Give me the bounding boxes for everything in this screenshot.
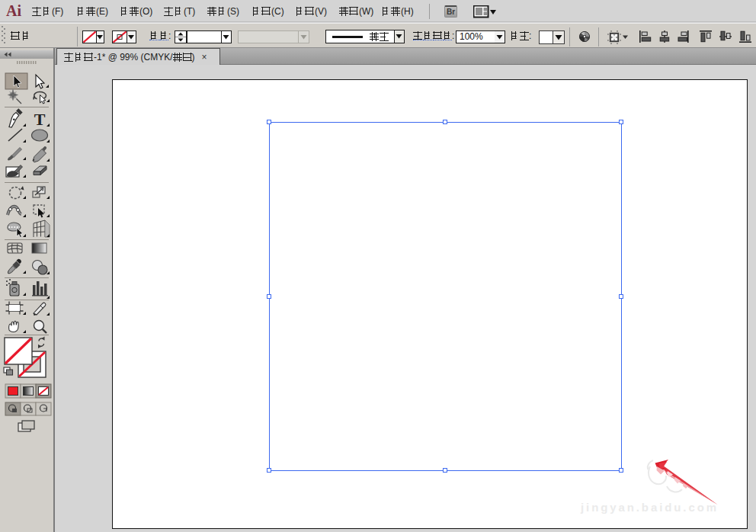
svg-text:T: T — [34, 110, 46, 129]
